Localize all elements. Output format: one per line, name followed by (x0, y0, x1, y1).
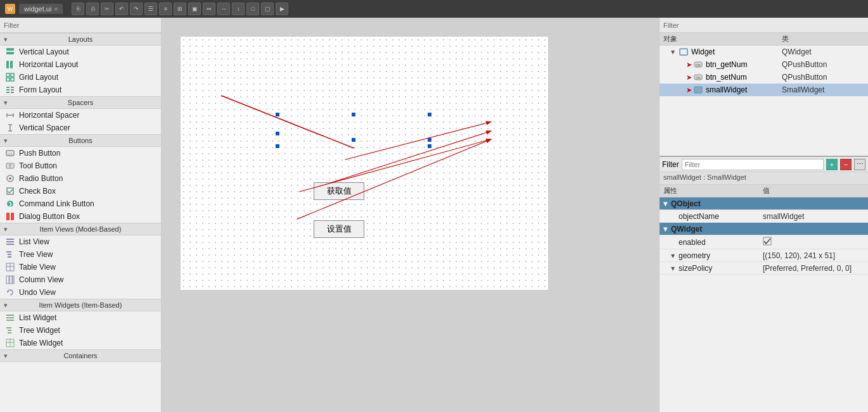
widget-radio-button[interactable]: Radio Button (0, 172, 161, 185)
svg-rect-2 (6, 61, 9, 68)
props-filter-input[interactable] (682, 159, 824, 170)
widget-form-layout[interactable]: Form Layout (0, 84, 161, 96)
toolbar-vlayout-btn[interactable]: ≡ (159, 3, 172, 15)
props-row-enabled[interactable]: enabled (660, 235, 868, 249)
object-tree-header: 对象 类 (660, 33, 868, 46)
file-tab[interactable]: widget.ui × (19, 4, 63, 14)
props-add-btn[interactable]: + (826, 159, 838, 170)
widget-tree-widget[interactable]: Tree Widget (0, 324, 161, 337)
column-view-icon (5, 275, 15, 285)
widget-check-box[interactable]: Check Box (0, 185, 161, 197)
widget-table-view[interactable]: Table View (0, 261, 161, 273)
toolbar-undo-btn[interactable]: ↶ (115, 3, 128, 15)
svg-rect-32 (6, 241, 14, 242)
svg-rect-59 (680, 49, 687, 55)
push-button-icon: OK (5, 148, 15, 158)
tree-expand-widget[interactable]: ▾ (671, 47, 679, 56)
category-containers[interactable]: Containers (0, 349, 161, 362)
widget-tool-button[interactable]: T Tool Button (0, 159, 161, 172)
widget-list-widget[interactable]: List Widget (0, 311, 161, 324)
svg-rect-13 (11, 92, 14, 93)
toolbar-vspacer-btn[interactable]: ↕ (232, 3, 245, 15)
widget-tree-view[interactable]: Tree View (0, 248, 161, 261)
props-row-sizepolicy[interactable]: ▾ sizePolicy [Preferred, Preferred, 0, 0… (660, 262, 868, 275)
props-section-qobject[interactable]: ▾ QObject (660, 197, 868, 210)
category-item-views[interactable]: Item Views (Model-Based) (0, 223, 161, 235)
svg-text:OK: OK (8, 152, 13, 156)
toolbar-paste-btn[interactable]: ⎙ (86, 3, 99, 15)
canvas-widget[interactable]: 获取值 设置值 (181, 37, 548, 290)
widget-command-link-button[interactable]: ❯ Command Link Button (0, 197, 161, 210)
toolbar-ungroup-btn[interactable]: ▢ (261, 3, 274, 15)
svg-rect-6 (6, 78, 10, 81)
props-more-btn[interactable]: ⋯ (854, 159, 865, 170)
tree-item-btn-getnum[interactable]: ➤ OK btn_getNum QPushButton (660, 58, 868, 71)
props-row-geometry[interactable]: ▾ geometry [(150, 120), 241 x 51] (660, 249, 868, 262)
widget-dialog-button-box[interactable]: Dialog Button Box (0, 210, 161, 223)
toolbar-form-btn[interactable]: ▣ (188, 3, 201, 15)
btn-get-num[interactable]: 获取值 (314, 182, 364, 200)
svg-rect-35 (8, 254, 11, 255)
col-object-label: 对象 (663, 34, 782, 44)
widget-vertical-layout[interactable]: Vertical Layout (0, 46, 161, 58)
pushbutton-icon: OK (693, 59, 703, 70)
props-row-objectname[interactable]: objectName smallWidget (660, 210, 868, 223)
title-bar: W widget.ui × ⎘ ⎙ ✂ ↶ ↷ ☰ ≡ ⊞ ▣ ⇔ ↔ ↕ □ … (0, 0, 868, 18)
toolbar-hspacer-btn[interactable]: ↔ (217, 3, 230, 15)
undo-view-icon (5, 287, 15, 297)
properties-panel: Filter + − ⋯ smallWidget : SmallWidget 属… (660, 157, 868, 412)
handle-br (428, 144, 431, 148)
svg-text:OK: OK (696, 63, 701, 67)
props-expand-sp[interactable]: ▾ (671, 264, 679, 273)
svg-rect-44 (6, 315, 14, 316)
svg-rect-3 (10, 61, 13, 68)
horizontal-layout-icon (5, 59, 15, 70)
svg-rect-4 (6, 73, 10, 77)
svg-point-25 (9, 177, 11, 180)
category-spacers[interactable]: Spacers (0, 96, 161, 109)
props-section-qwidget[interactable]: ▾ QWidget (660, 223, 868, 235)
category-buttons[interactable]: Buttons (0, 134, 161, 147)
toolbar-cut-btn[interactable]: ✂ (101, 3, 113, 15)
widget-list-view[interactable]: List View (0, 235, 161, 248)
props-key-qobject: QObject (671, 199, 763, 208)
svg-rect-40 (6, 276, 9, 284)
category-item-widgets[interactable]: Item Widgets (Item-Based) (0, 299, 161, 311)
svg-rect-64 (694, 87, 702, 93)
props-val-geometry: [(150, 120), 241 x 51] (763, 251, 864, 260)
props-remove-btn[interactable]: − (840, 159, 852, 170)
btn-set-num[interactable]: 设置值 (314, 220, 364, 238)
tree-item-widget[interactable]: ▾ Widget QWidget (660, 46, 868, 58)
tree-name-sw: smallWidget (706, 85, 782, 94)
svg-rect-7 (11, 78, 14, 81)
toolbar-redo-btn[interactable]: ↷ (130, 3, 143, 15)
widget-horizontal-spacer[interactable]: Horizontal Spacer (0, 109, 161, 122)
svg-rect-41 (10, 276, 12, 284)
props-expand-geo[interactable]: ▾ (671, 251, 679, 260)
category-layouts[interactable]: Layouts (0, 33, 161, 46)
tree-item-small-widget[interactable]: ➤ smallWidget SmallWidget (660, 84, 868, 96)
svg-rect-42 (13, 276, 14, 284)
tab-close-button[interactable]: × (54, 6, 58, 13)
tree-item-btn-setnum[interactable]: ➤ OK btn_setNum QPushButton (660, 71, 868, 84)
svg-rect-36 (8, 256, 11, 258)
widget-table-widget[interactable]: Table Widget (0, 337, 161, 349)
svg-rect-1 (6, 52, 14, 54)
pushbutton2-icon: OK (693, 72, 703, 82)
arrow-indicator-2: ➤ (686, 73, 692, 82)
toolbar-hlayout-btn[interactable]: ☰ (144, 3, 157, 15)
toolbar-spacer-btn[interactable]: ⇔ (203, 3, 215, 15)
props-header-val: 值 (763, 186, 864, 196)
svg-rect-12 (6, 92, 10, 93)
widget-push-button[interactable]: OK Push Button (0, 147, 161, 159)
widget-horizontal-layout[interactable]: Horizontal Layout (0, 58, 161, 71)
toolbar-group-btn[interactable]: □ (246, 3, 259, 15)
props-breadcrumb: smallWidget : SmallWidget (660, 172, 868, 185)
toolbar-preview-btn[interactable]: ▶ (276, 3, 288, 15)
widget-undo-view[interactable]: Undo View (0, 286, 161, 299)
widget-vertical-spacer[interactable]: Vertical Spacer (0, 122, 161, 134)
toolbar-copy-btn[interactable]: ⎘ (72, 3, 84, 15)
widget-grid-layout[interactable]: Grid Layout (0, 71, 161, 84)
widget-column-view[interactable]: Column View (0, 273, 161, 286)
toolbar-grid-btn[interactable]: ⊞ (174, 3, 186, 15)
